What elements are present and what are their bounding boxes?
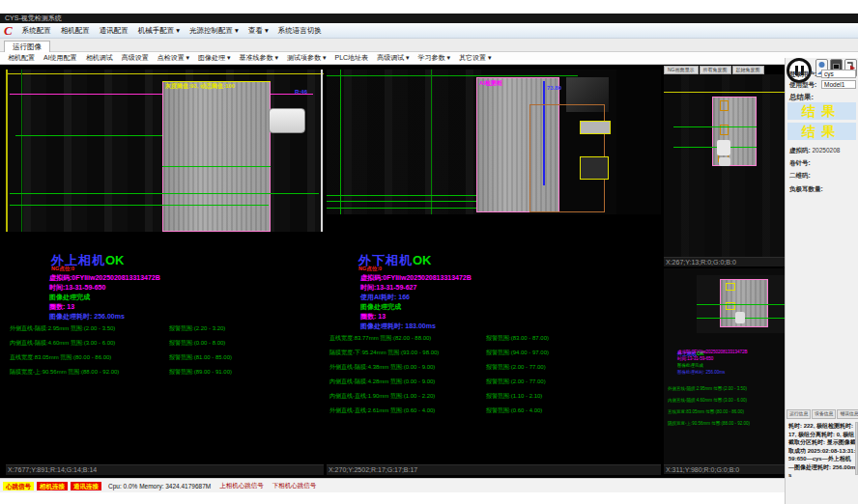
menu-system-config[interactable]: 系统配置 <box>22 26 51 36</box>
alarm-range: 报警范围:(89.00 - 91.00) <box>169 369 232 375</box>
menu-robot-config[interactable]: 机械手配置 ▾ <box>138 26 180 36</box>
camera-image-upper-outer[interactable]: 灰度阈值:93, 动态阈值:100 R:46 <box>6 70 324 232</box>
bottom-status-bar: 心跳信号 相机连接 通讯连接 Cpu: 0.0% Memory: 3424.41… <box>0 478 785 492</box>
camera-image-lower-outer[interactable]: AI检测框 73.80 <box>327 70 661 214</box>
measure-green-line <box>327 201 483 202</box>
ng-point-label: NG点位:0 <box>358 266 382 272</box>
virtual-code-value: 20250208 <box>812 147 840 154</box>
menu-comm-config[interactable]: 通讯配置 <box>100 26 129 36</box>
tab-all-angles[interactable]: 所有角度图 <box>700 66 731 74</box>
camera-view-upper-outer: 灰度阈值:93, 动态阈值:100 R:46 外上相机OK NG点位:0 虚拟码… <box>6 70 324 475</box>
qr-code-label: 二维码: <box>789 172 811 181</box>
measurement-row: 隔膜宽度-上:90.56mm 范围:(88.00 - 92.00) <box>10 368 119 377</box>
mini-image <box>697 275 786 333</box>
pixel-coordinates-bar: X:311;Y:980;R:0;G:0;B:0 <box>664 464 786 474</box>
alarm-range: 报警范围:(81.00 - 85.00) <box>169 354 232 360</box>
measurement-row: 外侧直线-直线:2.61mm 范围:(0.60 - 4.00) <box>329 406 435 415</box>
menu-view[interactable]: 查看 ▾ <box>248 26 269 36</box>
cpu-memory-text: Cpu: 0.0% Memory: 3424.4179687M <box>108 483 211 490</box>
pixel-coordinates-bar: X:270;Y:2502;R:17;G:17;B:17 <box>327 464 661 475</box>
process-done-line: 图像处理完成 <box>360 302 401 312</box>
pixel-coordinates-bar: X:267;Y:13;R:0;G:0;B:0 <box>664 257 786 266</box>
tool-spotcheck-settings[interactable]: 点检设置 ▾ <box>157 53 189 63</box>
measurement-alarm: 报警范围:(89.00 - 91.00) <box>169 368 232 377</box>
bright-tab-blob <box>735 312 745 323</box>
thumbnail-view-top[interactable] <box>664 74 786 257</box>
measurement-alarm: 报警范围:(83.00 - 87.00) <box>486 334 549 343</box>
result-box-lower: 结果 <box>787 123 856 140</box>
measure-green-line <box>10 205 269 206</box>
cycle-count-line: 圈数: 13 <box>360 312 386 322</box>
virtual-code-line: 虚拟码:0FYIiiw2025020813313472B <box>49 273 160 283</box>
gripper-blob <box>269 108 305 133</box>
measurement-row: 内侧直线-直线:1.90mm 范围:(1.00 - 2.20) <box>329 392 435 401</box>
measure-green-line <box>697 304 786 305</box>
app-window: CYS-视觉检测系统 C 系统配置 相机配置 通讯配置 机械手配置 ▾ 光源控制… <box>0 0 858 504</box>
overlay-yellow-line <box>664 92 786 93</box>
mini-elapsed: 图像处理耗时: 256.00ms <box>677 370 725 375</box>
tool-camera-config[interactable]: 相机配置 <box>8 53 35 63</box>
menu-camera-config[interactable]: 相机配置 <box>61 26 90 36</box>
tool-learning-params[interactable]: 学习参数 ▾ <box>418 53 450 63</box>
measure-green-line <box>673 147 757 148</box>
measure-value: 外侧直线-隔膜:4.38mm 范围:(0.00 - 9.00) <box>329 364 435 370</box>
mini-measure: 直线宽度:83.05mm 范围:(80.00 - 86.00) <box>668 409 744 414</box>
tool-advanced-debug[interactable]: 高级调试 ▾ <box>377 53 409 63</box>
tool-test-params[interactable]: 测试项参数 ▾ <box>287 53 326 63</box>
measurement-row: 隔膜宽度-下:95.24mm 范围:(93.00 - 98.00) <box>329 349 439 357</box>
overlay-yellow-vline <box>6 70 8 232</box>
tab-error-info[interactable]: 错误信息 <box>837 409 858 419</box>
dark-region <box>616 70 661 214</box>
bright-tab-blob <box>719 157 730 166</box>
measure-value: 内侧直线-隔膜:4.60mm 范围:(3.00 - 6.00) <box>10 340 115 346</box>
time-line: 时间:13-31-59-650 <box>49 283 105 293</box>
tab-device-info[interactable]: 设备信息 <box>812 409 836 419</box>
measure-green-line <box>10 193 319 194</box>
tool-image-processing[interactable]: 图像处理 ▾ <box>198 53 230 63</box>
bright-tab-blob <box>717 140 730 155</box>
mini-measure: 内侧直线-隔膜:4.60mm 范围:(3.00 - 6.00) <box>668 398 747 403</box>
tool-ai-config[interactable]: AI使用配置 <box>43 53 77 63</box>
measurement-alarm: 报警范围:(94.00 - 97.00) <box>486 349 549 357</box>
menu-light-config[interactable]: 光源控制配置 ▾ <box>189 26 239 36</box>
measurement-alarm: 报警范围:(2.00 - 77.00) <box>486 378 546 386</box>
measure-green-line <box>327 195 483 196</box>
tool-baseline-params[interactable]: 基准线参数 ▾ <box>240 53 278 63</box>
alarm-range: 报警范围:(1.10 - 2.10) <box>486 393 542 399</box>
tab-start-angle[interactable]: 起始角度图 <box>732 66 764 74</box>
login-user-value[interactable]: cys <box>821 70 856 78</box>
menu-bar: C 系统配置 相机配置 通讯配置 机械手配置 ▾ 光源控制配置 ▾ 查看 ▾ 系… <box>0 23 858 39</box>
control-panel: 登录用户: cys 使用型号: Model1 总结果: 结果 结果 虚拟码: 2… <box>785 58 858 504</box>
measurement-alarm: 报警范围:(81.00 - 85.00) <box>169 353 232 362</box>
overlay-green-vline <box>431 70 432 214</box>
yellow-detect-box <box>580 121 611 134</box>
ng-point-label: NG点位:0 <box>51 266 74 272</box>
heartbeat-badge: 心跳信号 <box>3 482 34 490</box>
tab-ng-display[interactable]: NG画面显示 <box>664 66 699 74</box>
model-value[interactable]: Model1 <box>821 80 856 89</box>
tool-camera-debug[interactable]: 相机调试 <box>86 53 113 63</box>
tool-other-settings[interactable]: 其它设置 ▾ <box>459 53 491 63</box>
tool-plc-address[interactable]: PLC地址表 <box>335 53 369 63</box>
lower-camera-heartbeat: 下相机心跳信号 <box>272 482 317 490</box>
measurement-row: 直线宽度:83.05mm 范围:(80.00 - 86.00) <box>10 353 111 362</box>
login-user-label: 登录用户: <box>789 70 816 79</box>
tab-run-image[interactable]: 运行图像 <box>4 41 50 52</box>
toolbar: 相机配置 AI使用配置 相机调试 高级设置 点检设置 ▾ 图像处理 ▾ 基准线参… <box>0 52 858 65</box>
measure-green-line <box>673 126 757 127</box>
camera-ok-label: OK <box>105 253 125 267</box>
tab-run-info[interactable]: 运行信息 <box>786 409 811 419</box>
info-tab-strip: 运行信息 设备信息 错误信息 <box>786 409 858 419</box>
measure-value: 外侧直线-隔膜:2.95mm 范围:(2.00 - 3.50) <box>10 325 115 331</box>
menu-language-switch[interactable]: 系统语言切换 <box>278 26 322 36</box>
machine-structure <box>327 70 481 214</box>
camera-connect-badge: 相机连接 <box>37 482 68 490</box>
measurement-row: 内侧直线-隔膜:4.60mm 范围:(3.00 - 6.00) <box>10 339 115 348</box>
tool-advanced-settings[interactable]: 高级设置 <box>122 53 149 63</box>
overlay-yellow-line <box>6 73 324 74</box>
measurement-alarm: 报警范围:(2.20 - 3.20) <box>169 324 225 333</box>
virtual-code-line: 虚拟码:0FYIiiw2025020813313472B <box>360 273 472 283</box>
cycle-count-line: 圈数: 13 <box>49 302 74 312</box>
thumbnail-view-bottom[interactable]: 外上相机OK 虚拟码:0FYIiiw2025020813313472B 时间:1… <box>664 268 786 464</box>
time-line: 时间:13-31-59-627 <box>360 283 416 293</box>
